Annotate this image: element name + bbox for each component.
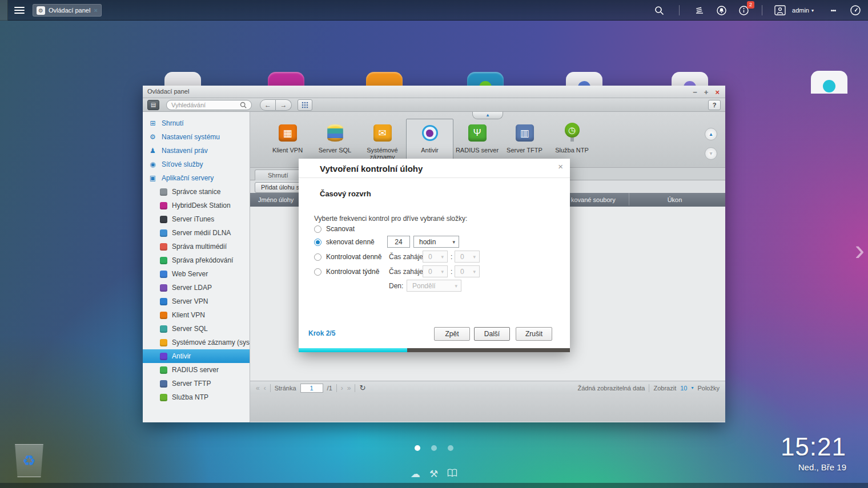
back-button[interactable]: ← — [260, 99, 276, 111]
page-number-input[interactable] — [300, 384, 323, 393]
page-size-value[interactable]: 10 — [680, 385, 687, 392]
resource-monitor-icon[interactable] — [850, 5, 861, 16]
search-icon[interactable] — [654, 6, 664, 15]
refresh-icon[interactable]: ↻ — [359, 384, 365, 392]
next-desktop-page-chevron[interactable]: › — [855, 233, 865, 267]
radio-scanovat[interactable] — [314, 225, 322, 233]
server-medii-dlna-icon — [160, 229, 167, 237]
maximize-button[interactable]: + — [704, 86, 709, 98]
guide-icon[interactable] — [447, 469, 457, 480]
sidebar-item-antivir[interactable]: Antivir — [143, 349, 250, 363]
sidebar-item-radius-server[interactable]: RADIUS server — [143, 363, 250, 377]
interval-unit-value: hodin — [419, 238, 436, 246]
sidebar-item-nastaveni-systemu[interactable]: ⚙Nastavení systému — [143, 130, 250, 144]
sidebar-item-sitove-sluzby[interactable]: ◉Síťové služby — [143, 158, 250, 171]
system-info-icon[interactable]: 2 — [738, 5, 749, 16]
sidebar-item-nastaveni-prav[interactable]: ♟Nastavení práv — [143, 144, 250, 158]
first-page-icon[interactable]: « — [256, 384, 260, 392]
sidebar-item-server-tftp[interactable]: Server TFTP — [143, 377, 250, 390]
option-check-weekly-row: Kontrolovat týdně Čas zahájení: 0 ▾ : 0 … — [314, 266, 561, 279]
sidebar-item-server-ldap[interactable]: Server LDAP — [143, 281, 250, 295]
interval-value-input[interactable] — [387, 236, 410, 248]
dialog-close-icon[interactable]: × — [558, 162, 563, 171]
vpn-client-glyph: ▦ — [279, 124, 297, 142]
divider — [299, 178, 570, 178]
column-infected-files: kované soubory — [571, 193, 616, 207]
antivirus-core — [426, 130, 433, 137]
sidebar-item-aplikacni-servery[interactable]: ▣Aplikační servery — [143, 171, 250, 185]
tab-close-icon[interactable]: × — [94, 7, 98, 14]
close-button[interactable]: × — [715, 86, 720, 98]
sidebar-item-spravce-stanice[interactable]: Správce stanice — [143, 185, 250, 199]
minimize-button[interactable]: − — [693, 86, 697, 98]
window-titlebar[interactable]: Ovládací panel − + × — [143, 86, 725, 98]
appicon-antivirus[interactable]: Antivir — [406, 119, 453, 161]
desktop-app-icon[interactable] — [811, 71, 847, 94]
sidebar-item-label: Správce stanice — [172, 188, 220, 196]
page-dot-2[interactable] — [431, 445, 437, 451]
chevron-down-icon: ▾ — [437, 269, 444, 275]
weekday-value: Pondělí — [412, 282, 436, 290]
user-avatar-icon[interactable] — [774, 5, 786, 15]
help-button[interactable]: ? — [708, 100, 721, 110]
prev-page-icon[interactable]: ‹ — [264, 384, 266, 392]
appicon-vpn-client[interactable]: ▦Klient VPN — [264, 119, 311, 161]
sidebar-item-label: Server iTunes — [172, 215, 214, 223]
more-options-icon[interactable] — [831, 9, 836, 13]
utilities-icon[interactable]: ⚒ — [429, 468, 438, 480]
forward-button[interactable]: → — [276, 99, 292, 111]
sidebar-item-server-vpn[interactable]: Server VPN — [143, 295, 250, 308]
taskbar-tab-control-panel[interactable]: ⚙ Ovládací panel × — [33, 4, 102, 17]
show-desktop-strip[interactable] — [0, 0, 8, 21]
sidebar-item-web-server[interactable]: Web Server — [143, 267, 250, 281]
sidebar-item-label: Server LDAP — [172, 284, 212, 292]
interval-unit-select[interactable]: hodin ▾ — [413, 236, 459, 248]
sidebar-item-sprava-prekodovani[interactable]: Správa překódování — [143, 253, 250, 267]
notifications-icon[interactable] — [716, 5, 727, 16]
sidebar-item-sprava-multimedii[interactable]: Správa multimédií — [143, 240, 250, 253]
sidebar-item-server-itunes[interactable]: Server iTunes — [143, 212, 250, 226]
radio-skenovat-denne[interactable] — [314, 239, 322, 246]
radio-kontrolovat-denne[interactable] — [314, 253, 322, 261]
page-dot-1[interactable] — [415, 445, 420, 451]
tab-shrnuti[interactable]: Shrnutí — [255, 170, 301, 180]
sidebar-item-systemove-zaznamy-syslog[interactable]: Systémové záznamy (syslog… — [143, 336, 250, 349]
sidebar-toggle-icon[interactable]: ▤ — [147, 100, 159, 110]
recycle-bin-icon[interactable]: ♻ — [14, 444, 45, 477]
appicon-tftp-server[interactable]: ▥Server TFTP — [501, 119, 548, 161]
page-dot-3[interactable] — [448, 445, 453, 451]
scroll-up-icon[interactable]: ▴ — [705, 128, 717, 140]
background-tasks-icon[interactable] — [694, 5, 705, 15]
user-menu[interactable]: admin ▾ — [792, 7, 814, 14]
appicon-ntp-service[interactable]: ◷Služba NTP — [548, 119, 596, 161]
appicon-syslog[interactable]: ✉Systémové záznamy — [359, 119, 406, 161]
next-button[interactable]: Další — [474, 327, 510, 341]
sidebar-item-server-sql[interactable]: Server SQL — [143, 322, 250, 336]
main-menu-button[interactable] — [14, 7, 25, 14]
appicon-radius-server[interactable]: ΨRADIUS server — [453, 119, 501, 161]
page-size-caret-icon[interactable]: ▾ — [691, 385, 693, 390]
cancel-button[interactable]: Zrušit — [516, 327, 552, 341]
next-page-icon[interactable]: › — [341, 384, 343, 392]
sidebar-item-server-medii-dlna[interactable]: Server médií DLNA — [143, 226, 250, 240]
minute-value: 0 — [460, 268, 464, 276]
sidebar-item-label: Antivir — [172, 352, 191, 360]
radio-kontrolovat-tydne[interactable] — [314, 268, 322, 276]
sidebar-item-label: Správa multimédií — [172, 243, 227, 251]
create-scan-task-dialog: × Vytvoření kontrolní úlohy Časový rozvr… — [299, 159, 570, 352]
back-button[interactable]: Zpět — [434, 327, 470, 341]
ntp-service-icon: ◷ — [564, 122, 581, 144]
appicon-sql-server[interactable]: Server SQL — [311, 119, 359, 161]
last-page-icon[interactable]: » — [347, 384, 351, 392]
sidebar-item-shrnuti[interactable]: ⊞Shrnutí — [143, 116, 250, 130]
desktop-clock: 15:21 Ned., Bře 19 — [781, 433, 846, 472]
sidebar-item-label: HybridDesk Station — [172, 201, 231, 209]
sql-server-icon — [327, 122, 343, 144]
sidebar-item-sluzba-ntp[interactable]: Služba NTP — [143, 390, 250, 404]
sidebar-item-hybriddesk-station[interactable]: HybridDesk Station — [143, 199, 250, 212]
search-input[interactable]: Vyhledávání — [166, 100, 252, 110]
myqnapcloud-icon[interactable]: ☁ — [411, 468, 420, 480]
view-grid-icon[interactable] — [298, 99, 312, 111]
sidebar-item-klient-vpn[interactable]: Klient VPN — [143, 308, 250, 322]
scroll-down-icon[interactable]: ▾ — [705, 147, 717, 160]
